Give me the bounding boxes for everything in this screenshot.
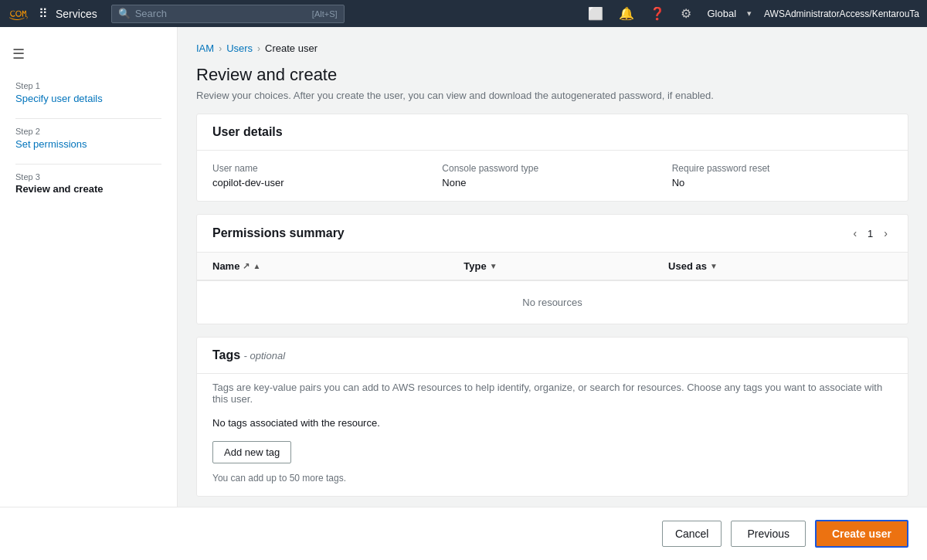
- settings-icon[interactable]: ⚙: [681, 6, 691, 21]
- breadcrumb-iam[interactable]: IAM: [196, 42, 214, 54]
- tags-header: Tags - optional: [197, 338, 908, 374]
- page-header: Review and create Review your choices. A…: [196, 65, 908, 101]
- pagination-number: 1: [868, 228, 873, 239]
- tags-description: Tags are key-value pairs you can add to …: [197, 374, 908, 405]
- aws-logo: [8, 7, 29, 21]
- main-content: IAM › Users › Create user Review and cre…: [178, 27, 927, 560]
- no-resources-cell: No resources: [197, 280, 908, 324]
- page-subtitle: Review your choices. After you create th…: [196, 90, 908, 101]
- grid-icon[interactable]: ⠿: [39, 6, 48, 21]
- sort-asc-icon[interactable]: ▲: [253, 262, 260, 270]
- table-header-row: Name ↗ ▲ Type ▼: [197, 253, 908, 280]
- user-details-card: User details User name copilot-dev-user …: [196, 114, 908, 202]
- step2-link[interactable]: Set permissions: [15, 138, 87, 150]
- user-details-header: User details: [197, 114, 908, 151]
- step1-label: Step 1: [15, 81, 161, 90]
- tags-title: Tags: [212, 348, 240, 361]
- no-tags-message: No tags associated with the resource.: [197, 405, 908, 441]
- help-icon[interactable]: ❓: [650, 6, 665, 21]
- no-resources-row: No resources: [197, 280, 908, 324]
- pagination-controls: ‹ 1 ›: [848, 226, 892, 241]
- breadcrumb-sep1: ›: [219, 43, 222, 54]
- top-navigation: ⠿ Services 🔍 [Alt+S] ⬜ 🔔 ❓ ⚙ Global ▾ AW…: [0, 0, 927, 27]
- search-input[interactable]: [135, 8, 312, 19]
- username-label: User name: [212, 163, 433, 174]
- search-shortcut: [Alt+S]: [312, 9, 338, 19]
- previous-button[interactable]: Previous: [731, 521, 805, 547]
- username-col: User name copilot-dev-user: [212, 163, 433, 188]
- step3-current: Review and create: [15, 183, 161, 195]
- bell-icon[interactable]: 🔔: [619, 6, 634, 21]
- tags-optional: - optional: [244, 350, 285, 361]
- add-tag-button[interactable]: Add new tag: [212, 441, 291, 463]
- breadcrumb-sep2: ›: [257, 43, 260, 54]
- password-reset-value: No: [672, 177, 892, 188]
- step3-label: Step 3: [15, 172, 161, 182]
- region-selector[interactable]: Global: [707, 8, 736, 19]
- permissions-header: Permissions summary ‹ 1 ›: [197, 215, 908, 253]
- search-bar[interactable]: 🔍 [Alt+S]: [111, 5, 345, 23]
- tag-limit-note: You can add up to 50 more tags.: [197, 470, 908, 496]
- services-link[interactable]: Services: [56, 8, 97, 20]
- external-link-icon: ↗: [243, 261, 250, 271]
- footer: Cancel Previous Create user: [0, 507, 927, 560]
- page-title: Review and create: [196, 65, 908, 85]
- step3-item: Step 3 Review and create: [15, 172, 161, 195]
- step1-link[interactable]: Specify user details: [15, 93, 103, 104]
- cancel-button[interactable]: Cancel: [662, 521, 722, 547]
- pagination-next-btn[interactable]: ›: [879, 226, 892, 241]
- step1-item: Step 1 Specify user details: [15, 81, 161, 104]
- col-name-header: Name ↗ ▲: [197, 253, 448, 280]
- col-used-as-header: Used as ▼: [653, 253, 908, 280]
- pagination-prev-btn[interactable]: ‹: [848, 226, 861, 241]
- breadcrumb: IAM › Users › Create user: [196, 42, 908, 54]
- used-as-filter-icon[interactable]: ▼: [710, 262, 718, 270]
- password-reset-col: Require password reset No: [672, 163, 892, 188]
- password-type-col: Console password type None: [442, 163, 662, 188]
- step2-item: Step 2 Set permissions: [15, 127, 161, 150]
- password-type-label: Console password type: [442, 163, 662, 174]
- screen-icon[interactable]: ⬜: [588, 6, 603, 21]
- account-info: AWSAdministratorAccess/KentarouTa: [764, 8, 919, 19]
- col-type-header: Type ▼: [448, 253, 653, 280]
- type-filter-icon[interactable]: ▼: [490, 262, 497, 270]
- create-user-button[interactable]: Create user: [815, 520, 908, 548]
- breadcrumb-current: Create user: [265, 42, 317, 54]
- password-type-value: None: [442, 177, 662, 188]
- breadcrumb-users[interactable]: Users: [226, 42, 253, 54]
- tags-card: Tags - optional Tags are key-value pairs…: [196, 337, 908, 497]
- menu-icon[interactable]: ☰: [0, 39, 177, 69]
- detail-grid: User name copilot-dev-user Console passw…: [212, 163, 892, 188]
- user-details-body: User name copilot-dev-user Console passw…: [197, 151, 908, 201]
- username-value: copilot-dev-user: [212, 177, 433, 188]
- permissions-title: Permissions summary: [212, 226, 345, 240]
- permissions-card: Permissions summary ‹ 1 › Name ↗ ▲: [196, 214, 908, 324]
- permissions-table: Name ↗ ▲ Type ▼: [197, 253, 908, 324]
- sidebar: ☰ Step 1 Specify user details Step 2 Set…: [0, 27, 178, 560]
- step2-label: Step 2: [15, 127, 161, 136]
- password-reset-label: Require password reset: [672, 163, 892, 174]
